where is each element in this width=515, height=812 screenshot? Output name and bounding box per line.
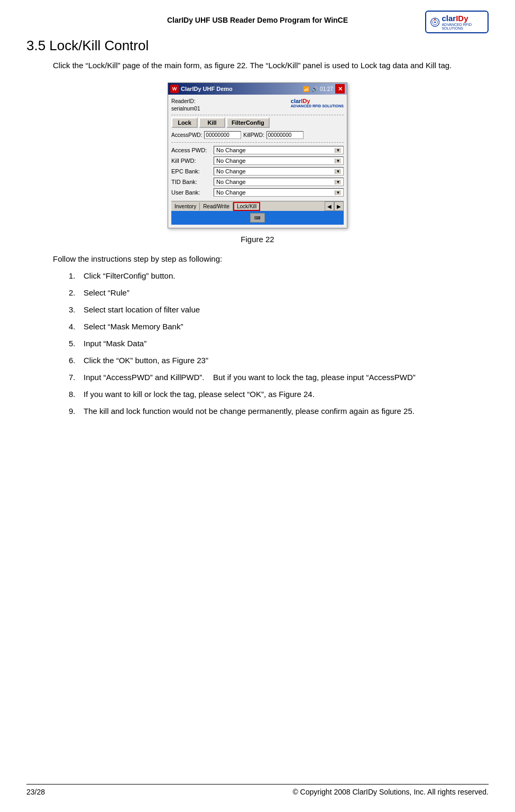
tab-inventory[interactable]: Inventory: [171, 202, 200, 210]
wince-body: ReaderID: serialnum01 clarIDy ADVANCED R…: [168, 95, 347, 228]
logo-icon: [430, 16, 439, 28]
app-icon: W: [170, 85, 179, 93]
tid-bank-arrow[interactable]: ▼: [335, 180, 341, 184]
user-bank-label: User Bank:: [171, 189, 214, 196]
titlebar-right: 📶 🔊 01:27 ✕: [303, 84, 345, 94]
epc-bank-label: EPC Bank:: [171, 168, 214, 174]
step-3: Select start location of filter value: [84, 303, 489, 316]
step-5: Input “Mask Data”: [84, 337, 489, 350]
step-9: The kill and lock function would not be …: [84, 405, 489, 418]
sound-icon: 🔊: [311, 86, 318, 92]
header: ClarIDy UHF USB Reader Demo Program for …: [26, 11, 489, 33]
epc-bank-arrow[interactable]: ▼: [335, 169, 341, 174]
filterconfig-button[interactable]: FilterConfig: [226, 117, 270, 128]
copyright: © Copyright 2008 ClarIDy Solutions, Inc.…: [292, 788, 489, 796]
access-pwd-setting: Access PWD: No Change ▼: [171, 146, 344, 154]
reader-id-area: ReaderID: serialnum01: [171, 98, 200, 113]
app-title: ClarIDy UHF Demo: [181, 86, 233, 92]
page: ClarIDy UHF USB Reader Demo Program for …: [0, 0, 515, 812]
access-pwd-arrow[interactable]: ▼: [335, 148, 341, 153]
kill-pwd-setting-label: Kill PWD:: [171, 158, 214, 164]
kill-pwd-arrow[interactable]: ▼: [335, 159, 341, 163]
tid-bank-value: No Change: [216, 179, 335, 185]
tab-readwrite[interactable]: Read/Write: [200, 202, 233, 210]
epc-bank-value: No Change: [216, 168, 335, 174]
section-intro: Click the “Lock/Kill” page of the main f…: [53, 59, 489, 72]
nav-arrows: ◀ ▶: [325, 201, 344, 211]
list-item: Input “Mask Data”: [69, 337, 489, 350]
kill-pwd-dropdown[interactable]: No Change ▼: [214, 156, 344, 165]
tid-bank-dropdown[interactable]: No Change ▼: [214, 178, 344, 186]
list-item: Click the “OK” button, as Figure 23”: [69, 354, 489, 367]
user-bank-dropdown[interactable]: No Change ▼: [214, 188, 344, 197]
kill-pwd-label: KillPWD:: [243, 132, 264, 138]
header-title: ClarIDy UHF USB Reader Demo Program for …: [90, 11, 425, 24]
step-1: Click “FilterConfig” button.: [84, 270, 489, 282]
lock-button[interactable]: Lock: [171, 117, 198, 128]
password-row: AccessPWD: KillPWD:: [171, 131, 344, 143]
instructions-list: Click “FilterConfig” button. Select “Rul…: [69, 270, 489, 418]
step-7: Input “AccessPWD” and KillPWD”. But if y…: [84, 371, 489, 384]
instructions-intro: Follow the instructions step by step as …: [53, 254, 489, 263]
titlebar-left: W ClarIDy UHF Demo: [170, 85, 233, 93]
figure-container: W ClarIDy UHF Demo 📶 🔊 01:27 ✕ ReaderID:…: [26, 82, 489, 244]
wince-toolbar: Lock Kill FilterConfig: [171, 117, 344, 128]
kill-pwd-value: No Change: [216, 158, 335, 164]
list-item: Input “AccessPWD” and KillPWD”. But if y…: [69, 371, 489, 384]
tab-lockkill[interactable]: Lock/Kill: [233, 202, 260, 211]
reader-id-value: serialnum01: [171, 105, 200, 113]
access-pwd-label: AccessPWD:: [171, 132, 202, 138]
user-bank-value: No Change: [216, 189, 335, 196]
nav-tabs: Inventory Read/Write Lock/Kill ◀ ▶: [171, 201, 344, 211]
time-display: 01:27: [320, 86, 333, 92]
step-2: Select “Rule”: [84, 287, 489, 299]
nav-right-arrow[interactable]: ▶: [334, 201, 344, 211]
wince-window: W ClarIDy UHF Demo 📶 🔊 01:27 ✕ ReaderID:…: [168, 82, 347, 228]
logo-area: clarIDy ADVANCED RFID SOLUTIONS: [425, 11, 489, 33]
list-item: Select “Mask Memory Bank”: [69, 320, 489, 333]
figure-caption: Figure 22: [241, 235, 274, 244]
access-pwd-dropdown[interactable]: No Change ▼: [214, 146, 344, 154]
user-bank-setting: User Bank: No Change ▼: [171, 188, 344, 197]
list-item: The kill and lock function would not be …: [69, 405, 489, 418]
nav-left-arrow[interactable]: ◀: [325, 201, 334, 211]
tid-bank-setting: TID Bank: No Change ▼: [171, 178, 344, 186]
logo-text: clarIDy ADVANCED RFID SOLUTIONS: [442, 14, 483, 30]
access-pwd-setting-label: Access PWD:: [171, 147, 214, 153]
list-item: Click “FilterConfig” button.: [69, 270, 489, 282]
reader-info: ReaderID: serialnum01 clarIDy ADVANCED R…: [171, 98, 344, 115]
svg-marker-3: [434, 18, 436, 21]
settings-section: Access PWD: No Change ▼ Kill PWD: No Cha…: [171, 146, 344, 197]
section-heading: 3.5 Lock/Kill Control: [26, 38, 489, 54]
step-6: Click the “OK” button, as Figure 23”: [84, 354, 489, 367]
signal-icon: 📶: [303, 86, 309, 92]
list-item: Select start location of filter value: [69, 303, 489, 316]
kill-pwd-input[interactable]: [266, 131, 304, 139]
step-8: If you want to kill or lock the tag, ple…: [84, 388, 489, 401]
footer: 23/28 © Copyright 2008 ClarIDy Solutions…: [26, 784, 489, 796]
svg-point-2: [434, 21, 436, 23]
keyboard-icon[interactable]: ⌨: [250, 213, 265, 223]
access-pwd-input[interactable]: [204, 131, 241, 139]
keyboard-row: ⌨: [171, 211, 344, 225]
tid-bank-label: TID Bank:: [171, 179, 214, 185]
kill-pwd-setting: Kill PWD: No Change ▼: [171, 156, 344, 165]
user-bank-arrow[interactable]: ▼: [335, 190, 341, 195]
epc-bank-setting: EPC Bank: No Change ▼: [171, 167, 344, 176]
epc-bank-dropdown[interactable]: No Change ▼: [214, 167, 344, 176]
step-4: Select “Mask Memory Bank”: [84, 320, 489, 333]
list-item: If you want to kill or lock the tag, ple…: [69, 388, 489, 401]
list-item: Select “Rule”: [69, 287, 489, 299]
wince-titlebar: W ClarIDy UHF Demo 📶 🔊 01:27 ✕: [168, 83, 347, 95]
reader-id-label: ReaderID:: [171, 98, 200, 105]
close-button[interactable]: ✕: [335, 84, 345, 94]
page-number: 23/28: [26, 788, 45, 796]
access-pwd-value: No Change: [216, 147, 335, 153]
logo-box: clarIDy ADVANCED RFID SOLUTIONS: [425, 11, 489, 33]
intro-text: Click the “Lock/Kill” page of the main f…: [53, 61, 452, 70]
wince-logo: clarIDy ADVANCED RFID SOLUTIONS: [291, 98, 344, 108]
kill-button[interactable]: Kill: [199, 117, 225, 128]
